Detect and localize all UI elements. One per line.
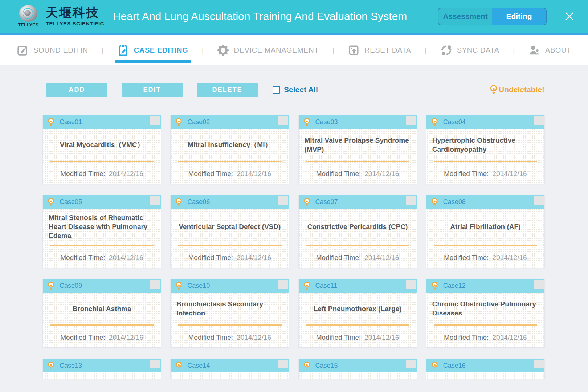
modified-time-label: Modified Time: [316,170,361,178]
case-id: Case03 [315,118,338,126]
case-card-header: Case14 [171,359,289,372]
company-name-zh: 天堰科技 [46,6,104,19]
select-all-label: Select All [284,85,318,94]
case-checkbox[interactable] [150,280,160,289]
case-card[interactable]: Case01 Viral Myocarditis（VMC） Modified T… [43,115,161,184]
case-id: Case13 [60,362,82,369]
case-card[interactable]: Case06 Ventricular Septal Defect (VSD) M… [171,195,289,268]
case-checkbox[interactable] [150,116,160,125]
case-card[interactable]: Case11 Left Pneumothorax (Large) Modifie… [299,279,417,347]
modified-time-label: Modified Time: [444,334,489,342]
page-title: Heart And Lung Auscultation Training And… [113,10,438,23]
case-card-header: Case08 [426,195,544,209]
case-title-area: Atrial Fibrillation (AF) [426,209,544,245]
close-button[interactable] [563,10,576,23]
case-card[interactable]: Case05 Mitral Stenosis of Rheumatic Hear… [43,195,161,268]
case-checkbox[interactable] [406,360,416,368]
case-checkbox[interactable] [534,280,544,289]
lightbulb-icon [303,197,310,207]
case-checkbox[interactable] [534,196,544,205]
undeletable-hint: Undeletable! [490,85,544,95]
app-window: TELLYES 天堰科技 TELLYES SCIENTIFIC Heart An… [0,0,588,392]
mode-option-editing[interactable]: Editing [492,8,546,25]
lightbulb-icon [431,197,438,207]
case-card[interactable]: Case10 Bronchiectasis Secondary Infectio… [171,279,289,347]
case-checkbox[interactable] [150,196,160,205]
edit-button[interactable]: EDIT [122,83,183,97]
case-checkbox[interactable] [534,116,544,125]
case-id: Case02 [187,118,210,126]
case-card[interactable]: Case02 Mitral Insufficiency（MI） Modified… [171,115,289,184]
case-title-area [43,372,161,379]
lightbulb-icon [175,281,182,290]
case-modified-time: Modified Time: 2014/12/16 [171,246,289,262]
case-title-area: Bronchiectasis Secondary Infection [171,293,289,324]
case-title-area: Mitral Insufficiency（MI） [171,129,289,161]
case-card[interactable]: Case15 [299,359,417,379]
case-card-body [426,372,544,379]
case-card[interactable]: Case07 Constrictive Pericarditis (CPC) M… [299,195,417,268]
case-card-header: Case07 [299,195,417,209]
lightbulb-icon [48,197,54,207]
add-button[interactable]: ADD [46,83,107,97]
case-card-body: Mitral Valve Prolapse Syndrome (MVP) Mod… [299,129,417,184]
case-card[interactable]: Case14 [171,359,289,379]
lightbulb-icon [303,361,310,370]
case-card-header: Case06 [171,195,289,209]
case-card-header: Case15 [299,359,417,372]
case-card-body: Atrial Fibrillation (AF) Modified Time: … [426,209,544,268]
case-card[interactable]: Case08 Atrial Fibrillation (AF) Modified… [426,195,544,268]
case-card-body: Viral Myocarditis（VMC） Modified Time: 20… [43,129,161,184]
case-checkbox[interactable] [534,360,544,368]
case-card-body [43,372,161,379]
undeletable-label: Undeletable! [499,85,544,94]
case-title: Viral Myocarditis（VMC） [60,140,144,149]
case-card[interactable]: Case12 Chronic Obstructive Pulmonary Dis… [426,279,544,347]
case-checkbox[interactable] [278,196,288,205]
case-card-header: Case02 [171,115,289,129]
lightbulb-icon [431,118,438,127]
nav-item-about[interactable]: ABOUT [528,35,571,65]
case-title-area: Ventricular Septal Defect (VSD) [171,209,289,245]
mode-option-assessment[interactable]: Assessment [438,8,492,25]
select-all-checkbox[interactable] [273,86,280,94]
select-all-control[interactable]: Select All [273,85,318,94]
delete-button[interactable]: DELETE [197,83,258,97]
modified-time-label: Modified Time: [60,170,105,178]
case-card[interactable]: Case09 Bronchial Asthma Modified Time: 2… [43,279,161,347]
case-checkbox[interactable] [278,280,288,289]
nav-item-label: RESET DATA [364,46,411,54]
case-checkbox[interactable] [406,196,416,205]
case-card-body: Mitral Stenosis of Rheumatic Heart Disea… [43,209,161,268]
case-card[interactable]: Case13 [43,359,161,379]
case-title-area [171,372,289,379]
case-card[interactable]: Case04 Hypertrophic Obstructive Cardiomy… [426,115,544,184]
case-card-body: Constrictive Pericarditis (CPC) Modified… [299,209,417,268]
nav-separator: | [202,46,204,54]
case-id: Case10 [187,282,210,290]
nav-separator: | [425,46,426,54]
case-modified-time: Modified Time: 2014/12/16 [43,326,161,342]
case-card[interactable]: Case03 Mitral Valve Prolapse Syndrome (M… [299,115,417,184]
nav-item-sound-editing[interactable]: SOUND EDITIN [17,35,88,65]
gear-icon [217,44,229,56]
nav-item-label: SYNC DATA [457,46,499,54]
nav-item-case-editing[interactable]: CASE EDITING [117,35,188,65]
case-checkbox[interactable] [150,360,160,368]
nav-item-reset-data[interactable]: RESET DATA [348,35,411,65]
case-card-header: Case04 [426,115,544,129]
case-checkbox[interactable] [278,116,288,125]
globe-logo-icon [19,5,37,22]
case-checkbox[interactable] [406,280,416,289]
nav-item-sync-data[interactable]: SYNC DATA [440,35,499,65]
mode-toggle: Assessment Editing [438,8,547,25]
case-id: Case07 [315,198,338,206]
case-card[interactable]: Case16 [426,359,544,379]
nav-item-device-management[interactable]: DEVICE MANAGEMENT [217,35,319,65]
case-checkbox[interactable] [278,360,288,368]
case-title-area: Mitral Stenosis of Rheumatic Heart Disea… [43,209,161,245]
case-id: Case14 [187,362,210,369]
case-card-header: Case05 [43,195,161,209]
nav-item-label: ABOUT [545,46,571,54]
case-checkbox[interactable] [406,116,416,125]
